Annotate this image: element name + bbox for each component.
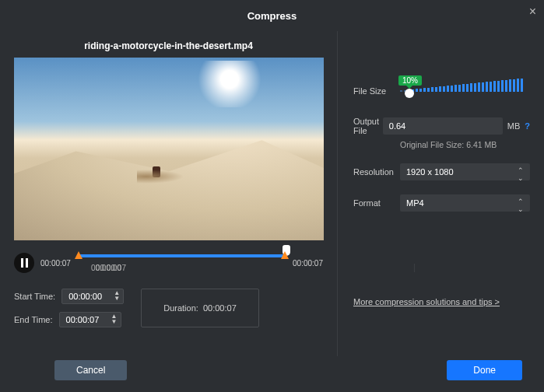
chevron-updown-icon: ⌃⌄ [518,198,524,213]
format-label: Format [353,198,400,208]
cancel-button[interactable]: Cancel [54,360,127,380]
output-file-input[interactable] [383,117,503,135]
start-time-label: Start Time: [14,292,55,301]
preview-scene [153,166,160,177]
output-file-unit: MB [507,121,521,131]
pause-icon [21,258,28,268]
end-time-stepper[interactable]: 00:00:07 ▲▼ [59,312,121,327]
dialog-title: Compress [247,10,297,22]
close-icon[interactable]: × [529,5,536,19]
file-size-slider[interactable]: 10% [400,79,530,103]
resolution-label: Resolution [353,167,400,177]
done-button[interactable]: Done [447,360,522,380]
filename-label: riding-a-motorcycle-in-the-desert.mp4 [14,40,323,51]
video-preview[interactable] [14,58,324,240]
trim-end-handle[interactable] [281,250,289,262]
current-time: 00:00:07 [40,259,71,268]
preview-scene [14,129,324,240]
range-end-time: 00:00:07 [80,264,286,272]
more-tips-link[interactable]: More compression solutions and tips > [353,297,530,306]
title-bar: Compress × [0,0,544,31]
timeline-track[interactable]: 00:00:00 00:00:07 [77,250,286,276]
file-size-thumb[interactable] [405,89,414,98]
left-panel: riding-a-motorcycle-in-the-desert.mp4 00… [0,31,338,356]
file-size-label: File Size [353,86,400,96]
start-time-value: 00:00:00 [68,292,102,301]
stepper-arrows-icon[interactable]: ▲▼ [114,290,120,301]
right-panel: File Size 10% Output File MB ? Original … [338,31,544,356]
pause-button[interactable] [14,253,34,273]
resolution-value: 1920 x 1080 [406,167,454,177]
trim-start-handle[interactable] [75,250,82,262]
end-time-value: 00:00:07 [66,315,100,324]
format-select[interactable]: MP4 ⌃⌄ [400,194,530,212]
duration-value: 00:00:07 [203,303,237,313]
output-file-label: Output File [353,117,383,135]
duration-label: Duration: [163,303,198,313]
footer: Cancel Done [0,356,544,392]
format-value: MP4 [406,198,424,208]
preview-scene [195,61,265,107]
start-time-stepper[interactable]: 00:00:00 ▲▼ [61,289,124,304]
resolution-select[interactable]: 1920 x 1080 ⌃⌄ [400,163,530,180]
chevron-updown-icon: ⌃⌄ [518,166,524,182]
file-size-bars [400,79,530,92]
stepper-arrows-icon[interactable]: ▲▼ [111,313,118,324]
help-icon[interactable]: ? [525,121,530,131]
original-size-text: Original File Size: 6.41 MB [400,140,530,149]
end-time-label2: End Time: [14,315,53,324]
duration-box: Duration: 00:00:07 [141,289,259,327]
